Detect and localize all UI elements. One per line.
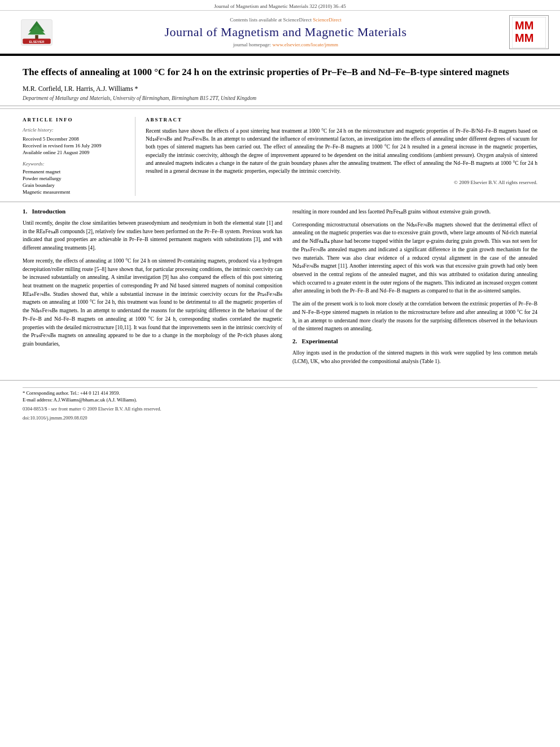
elsevier-logo: ELSEVIER [11,17,62,48]
article-info-abstract: ARTICLE INFO Article history: Received 5… [0,111,560,202]
sciencedirect-link[interactable]: ScienceDirect [313,17,341,23]
experimental-para1: Alloy ingots used in the production of t… [292,349,537,365]
svg-text:MM: MM [515,32,533,44]
journal-title: Journal of Magnetism and Magnetic Materi… [62,25,509,40]
svg-text:MM: MM [515,19,533,32]
revised-date: Received in revised form 16 July 2009 [23,143,128,148]
abstract-col: ABSTRACT Recent studies have shown the e… [146,117,537,196]
available-date: Available online 21 August 2009 [23,150,128,155]
sciencedirect-info: Contents lists available at ScienceDirec… [62,17,509,23]
right-para2: Corresponding microstructural observatio… [292,221,537,295]
copyright-notice: © 2009 Elsevier B.V. All rights reserved… [146,180,537,185]
experimental-heading: 2. Experimental [292,338,537,344]
right-para1: resulting in more rounded and less facet… [292,208,537,216]
keyword-3: Grain boundary [23,182,128,188]
intro-title: Introduction [32,208,66,215]
article-info-heading: ARTICLE INFO [23,117,128,123]
affiliation: Department of Metallurgy and Materials, … [23,95,537,101]
svg-text:ELSEVIER: ELSEVIER [29,40,44,43]
journal-logo-box: MM MM [509,15,549,49]
issn-info: 0304-8853/$ - see front matter © 2009 El… [23,406,537,412]
homepage-label: journal homepage: [233,42,271,47]
page: Journal of Magnetism and Magnetic Materi… [0,0,560,747]
authors: M.R. Corfield, I.R. Harris, A.J. William… [23,85,537,93]
main-right-col: resulting in more rounded and less facet… [292,208,537,370]
footer-divider [23,387,537,388]
journal-bar-text: Journal of Magnetism and Magnetic Materi… [214,3,345,9]
abstract-text: Recent studies have shown the effects of… [146,127,537,176]
introduction-heading: 1. Introduction [23,208,282,215]
keyword-4: Magnetic measurement [23,189,128,195]
mm-logo-icon: MM MM [512,17,546,48]
article-history-label: Article history: [23,127,128,133]
intro-para1: Until recently, despite the close simila… [23,219,282,252]
footer-notes: * Corresponding author. Tel.: +44 0 121 … [0,380,560,424]
intro-number: 1. [23,208,27,215]
email-address: E-mail address: A.J.Williams@bham.ac.uk … [23,397,537,403]
contents-label: Contents lists available at ScienceDirec… [230,17,312,23]
abstract-heading: ABSTRACT [146,117,537,123]
intro-para2: More recently, the effects of annealing … [23,257,282,348]
corresponding-author: * Corresponding author. Tel.: +44 0 121 … [23,390,537,396]
experimental-title: Experimental [302,338,338,344]
header-section: ELSEVIER Contents lists available at Sci… [0,11,560,55]
header-center: Contents lists available at ScienceDirec… [62,17,509,47]
article-header: The effects of annealing at 1000 °C for … [0,56,560,106]
article-divider [0,108,560,109]
journal-homepage: journal homepage: www.elsevier.com/locat… [62,42,509,47]
article-title: The effects of annealing at 1000 °C for … [23,66,537,79]
elsevier-tree-icon: ELSEVIER [17,17,56,48]
header-top: ELSEVIER Contents lists available at Sci… [11,15,549,49]
experimental-number: 2. [292,338,297,344]
keywords-label: Keywords: [23,161,128,167]
main-content: 1. Introduction Until recently, despite … [0,202,560,376]
homepage-url[interactable]: www.elsevier.com/locate/jmmm [273,42,338,47]
right-para3: The aim of the present work is to look m… [292,300,537,333]
received-date: Received 5 December 2008 [23,136,128,142]
article-info-col: ARTICLE INFO Article history: Received 5… [23,117,135,196]
journal-bar: Journal of Magnetism and Magnetic Materi… [0,0,560,11]
doi-info: doi:10.1016/j.jmmm.2009.08.020 [23,415,537,421]
keyword-1: Permanent magnet [23,169,128,174]
main-left-col: 1. Introduction Until recently, despite … [23,208,282,370]
keyword-2: Powder metallurgy [23,176,128,181]
